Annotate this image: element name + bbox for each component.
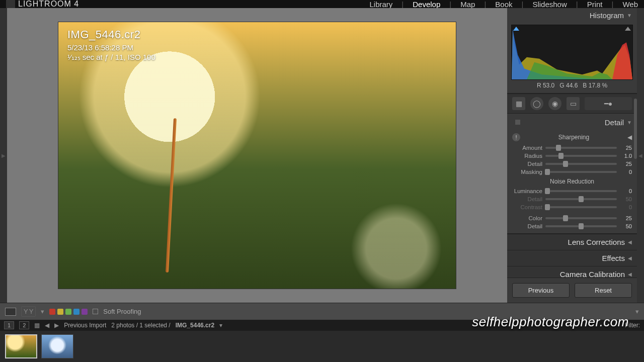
label-yellow[interactable] [57, 309, 63, 315]
label-purple[interactable] [82, 309, 88, 315]
warning-icon[interactable]: ! [512, 133, 520, 141]
sharpen-amount-slider[interactable]: Amount25 [507, 144, 637, 152]
module-print[interactable]: Print [587, 0, 603, 9]
noise-col-detail-slider[interactable]: Detail50 [507, 222, 637, 230]
spot-tool-icon[interactable]: ◯ [530, 97, 543, 110]
effects-panel[interactable]: Effects◀ [507, 250, 637, 266]
soft-proofing-checkbox[interactable] [93, 309, 98, 314]
detail-title: Detail [526, 118, 624, 127]
canvas-area: IMG_5446.cr2 5/23/13 6:58:28 PM ¹⁄₁₂₅ se… [7, 8, 507, 303]
noise-lum-detail-slider: Detail50 [507, 195, 637, 203]
sharpen-detail-slider[interactable]: Detail25 [507, 160, 637, 168]
app-name: LIGHTROOM 4 [18, 0, 79, 9]
loupe-view-icon[interactable] [5, 308, 16, 316]
sharpening-title: Sharpening [524, 132, 623, 143]
filmstrip-thumb-1[interactable] [5, 334, 37, 358]
main-window-indicator[interactable]: 1 [4, 321, 14, 329]
color-label-chips [49, 309, 88, 315]
label-red[interactable] [49, 309, 55, 315]
image-filename: IMG_5446.cr2 [67, 28, 155, 41]
camera-calibration-panel[interactable]: Camera Calibration◀ [507, 266, 637, 278]
module-develop[interactable]: Develop [413, 0, 440, 9]
chevron-left-icon: ◀ [628, 255, 632, 261]
panel-scrollbar[interactable] [634, 99, 637, 159]
chevron-left-icon: ◀ [628, 272, 632, 277]
rgb-readout: R 53.0 G 44.6 B 17.8 % [507, 80, 637, 93]
panel-toggle-icon[interactable] [515, 120, 520, 125]
filmstrip-thumb-2[interactable] [41, 334, 73, 358]
detail-panel: Detail ▼ ! Sharpening ◀ Amount25 Radius1… [507, 114, 637, 234]
toolbar-menu-icon[interactable]: ▾ [635, 308, 639, 315]
filmstrip-counts: 2 photos / 1 selected / [111, 322, 170, 329]
noise-luminance-slider[interactable]: Luminance0 [507, 187, 637, 195]
app-brand: LIGHTROOM 4 [6, 0, 79, 9]
module-slideshow[interactable]: Slideshow [532, 0, 567, 9]
histogram-panel: Histogram ▼ R 53.0 G 44.6 B [507, 8, 637, 94]
label-blue[interactable] [73, 309, 79, 315]
app-logo-icon [6, 0, 15, 9]
module-picker: Library| Develop| Map| Book| Slideshow| … [369, 0, 638, 9]
redeye-tool-icon[interactable]: ◉ [548, 97, 561, 110]
watermark-text: selfhelpphotographer.com [472, 314, 629, 330]
nav-back-icon[interactable]: ◀ [45, 322, 49, 329]
nav-fwd-icon[interactable]: ▶ [54, 322, 59, 329]
right-panel: Histogram ▼ R 53.0 G 44.6 B [507, 8, 637, 303]
image-datetime: 5/23/13 6:58:28 PM [67, 43, 155, 52]
previous-button[interactable]: Previous [512, 283, 570, 298]
before-after-icon[interactable]: YY [21, 306, 36, 317]
reset-button[interactable]: Reset [575, 283, 632, 298]
image-info-overlay: IMG_5446.cr2 5/23/13 6:58:28 PM ¹⁄₁₂₅ se… [67, 28, 155, 62]
photo-content [58, 22, 456, 289]
filmstrip-current: IMG_5446.cr2 [176, 322, 214, 329]
left-panel-expand[interactable]: ▶ [0, 8, 7, 303]
chevron-down-icon[interactable]: ▼ [627, 120, 632, 125]
grid-icon[interactable]: ▦ [34, 322, 40, 329]
brush-tool-icon[interactable]: ━● [585, 97, 632, 110]
label-green[interactable] [65, 309, 71, 315]
develop-toolstrip: ▦ ◯ ◉ ▭ ━● [507, 94, 637, 114]
filmstrip-source[interactable]: Previous Import [64, 322, 106, 329]
right-panel-collapse[interactable]: ◀ [637, 8, 644, 303]
top-bar: LIGHTROOM 4 Library| Develop| Map| Book|… [0, 0, 644, 8]
gradient-tool-icon[interactable]: ▭ [567, 97, 580, 110]
noise-lum-contrast-slider: Contrast0 [507, 203, 637, 211]
chevron-down-icon[interactable]: ▼ [627, 13, 632, 18]
crop-tool-icon[interactable]: ▦ [512, 97, 525, 110]
filmstrip [0, 331, 644, 362]
chevron-left-icon[interactable]: ◀ [627, 134, 632, 141]
histogram-svg [512, 25, 632, 79]
histogram-title: Histogram [590, 11, 624, 20]
sharpen-radius-slider[interactable]: Radius1.0 [507, 152, 637, 160]
sharpen-masking-slider[interactable]: Masking0 [507, 168, 637, 176]
module-map[interactable]: Map [460, 0, 475, 9]
image-exposure: ¹⁄₁₂₅ sec at ƒ / 11, ISO 100 [67, 53, 155, 62]
noise-color-slider[interactable]: Color25 [507, 214, 637, 222]
right-panel-footer: Previous Reset [507, 278, 637, 303]
chevron-left-icon: ◀ [628, 239, 632, 245]
dropdown-icon[interactable]: ▾ [41, 308, 44, 315]
module-web[interactable]: Web [622, 0, 638, 9]
module-book[interactable]: Book [495, 0, 512, 9]
lens-corrections-panel[interactable]: Lens Corrections◀ [507, 234, 637, 250]
module-library[interactable]: Library [369, 0, 392, 9]
noise-title: Noise Reduction [507, 176, 637, 187]
histogram-graph[interactable] [511, 25, 633, 80]
second-window-indicator[interactable]: 2 [19, 321, 29, 329]
soft-proofing-label: Soft Proofing [103, 308, 141, 315]
image-preview[interactable]: IMG_5446.cr2 5/23/13 6:58:28 PM ¹⁄₁₂₅ se… [58, 22, 456, 289]
chevron-down-icon[interactable]: ▾ [219, 322, 222, 329]
